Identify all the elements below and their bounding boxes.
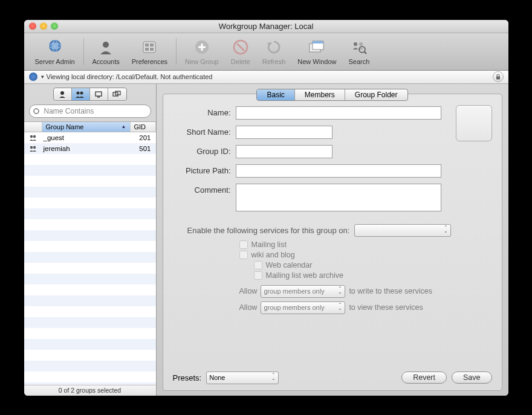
allow-view-select[interactable]: group members only xyxy=(261,301,345,314)
short-name-field[interactable] xyxy=(236,126,332,139)
toolbar-refresh[interactable]: Refresh xyxy=(256,33,292,70)
group-table: Group Name ▲ GID _guest 201 xyxy=(24,121,156,385)
allow-write-select[interactable]: group members only xyxy=(261,285,345,298)
wiki-blog-checkbox[interactable] xyxy=(239,251,248,259)
table-row[interactable]: jeremiah 501 xyxy=(24,143,156,154)
allow-write-label: Allow xyxy=(239,287,258,295)
toolbar-server-admin[interactable]: Server Admin xyxy=(29,33,81,70)
comment-label: Comment: xyxy=(173,184,236,195)
save-button[interactable]: Save xyxy=(452,372,492,384)
picture-path-label: Picture Path: xyxy=(173,164,236,175)
tab-members[interactable]: Members xyxy=(295,89,345,100)
users-filter-tab[interactable] xyxy=(54,88,72,100)
svg-point-18 xyxy=(359,42,363,46)
group-id-field[interactable] xyxy=(236,145,332,158)
directory-status-text: Viewing local directory: /Local/Default.… xyxy=(47,73,213,80)
allow-view-label: Allow xyxy=(239,303,258,312)
toolbar-accounts[interactable]: Accounts xyxy=(86,33,126,70)
toolbar: Server Admin Accounts Preferences New Gr… xyxy=(24,33,508,71)
svg-point-23 xyxy=(77,91,80,94)
toolbar-label: Delete xyxy=(231,58,250,65)
name-label: Name: xyxy=(173,106,236,117)
svg-rect-25 xyxy=(96,92,102,96)
toolbar-delete[interactable]: Delete xyxy=(225,33,256,70)
column-group-name[interactable]: Group Name ▲ xyxy=(42,122,131,132)
table-row[interactable]: _guest 201 xyxy=(24,132,156,143)
plus-circle-icon xyxy=(192,37,212,57)
svg-rect-7 xyxy=(145,48,149,51)
window-close-button[interactable] xyxy=(29,22,36,30)
wiki-blog-checkbox-row: wiki and blog xyxy=(239,251,492,259)
table-body[interactable]: _guest 201 jeremiah 501 xyxy=(24,132,156,385)
group-icon xyxy=(24,134,42,142)
web-calendar-checkbox-row: Web calendar xyxy=(254,261,492,269)
sidebar: Group Name ▲ GID _guest 201 xyxy=(24,84,157,396)
window: Workgroup Manager: Local Server Admin Ac… xyxy=(24,20,508,396)
toolbar-new-window[interactable]: New Window xyxy=(291,33,342,70)
svg-rect-8 xyxy=(150,48,154,51)
svg-point-24 xyxy=(80,91,83,94)
row-gid: 201 xyxy=(131,134,156,141)
revert-button[interactable]: Revert xyxy=(401,372,447,384)
svg-point-30 xyxy=(33,135,35,137)
svg-line-20 xyxy=(365,52,366,54)
toolbar-label: New Window xyxy=(297,58,336,65)
column-icon[interactable] xyxy=(24,122,42,132)
short-name-label: Short Name: xyxy=(173,126,236,137)
name-field[interactable] xyxy=(236,106,441,120)
svg-point-0 xyxy=(49,40,61,52)
groups-filter-tab[interactable] xyxy=(72,88,90,100)
svg-rect-26 xyxy=(97,97,100,98)
picture-path-field[interactable] xyxy=(236,164,441,178)
svg-line-13 xyxy=(237,43,244,51)
tab-group-folder[interactable]: Group Folder xyxy=(345,89,407,100)
toolbar-new-group[interactable]: New Group xyxy=(179,33,225,70)
svg-point-31 xyxy=(30,146,32,148)
window-zoom-button[interactable] xyxy=(51,22,58,30)
toolbar-preferences[interactable]: Preferences xyxy=(126,33,174,70)
body: Group Name ▲ GID _guest 201 xyxy=(24,84,508,396)
svg-rect-21 xyxy=(496,77,500,80)
account-type-selector xyxy=(53,88,127,101)
services-enable-label: Enable the following services for this g… xyxy=(187,226,350,235)
presets-select[interactable]: None xyxy=(206,372,279,384)
mailing-list-checkbox-row: Mailing list xyxy=(239,240,492,249)
svg-point-3 xyxy=(103,42,109,48)
directory-status-bar: ▾ Viewing local directory: /Local/Defaul… xyxy=(24,71,508,84)
toolbar-search[interactable]: Search xyxy=(342,33,375,70)
svg-point-32 xyxy=(33,146,35,148)
svg-point-17 xyxy=(354,42,357,46)
comment-field[interactable] xyxy=(236,184,441,211)
mailing-list-checkbox[interactable] xyxy=(239,240,248,249)
new-window-icon xyxy=(307,37,326,57)
content: Basic Members Group Folder Name: Short N… xyxy=(157,84,508,396)
refresh-icon xyxy=(264,37,284,57)
presets-label: Presets: xyxy=(173,373,202,382)
group-picture[interactable] xyxy=(456,105,492,141)
svg-point-22 xyxy=(60,91,64,95)
services-server-select[interactable] xyxy=(354,224,451,237)
search-input[interactable] xyxy=(29,105,151,118)
window-minimize-button[interactable] xyxy=(40,22,47,30)
computer-groups-filter-tab[interactable] xyxy=(108,88,126,100)
directory-globe-icon[interactable] xyxy=(29,72,37,81)
toolbar-label: Preferences xyxy=(132,58,167,65)
lock-button[interactable] xyxy=(493,71,504,82)
computers-filter-tab[interactable] xyxy=(90,88,108,100)
tab-basic[interactable]: Basic xyxy=(257,89,294,100)
window-title: Workgroup Manager: Local xyxy=(24,22,508,31)
mailing-archive-checkbox-row: Mailing list web archive xyxy=(254,271,492,280)
svg-rect-11 xyxy=(198,47,206,48)
mailing-archive-checkbox[interactable] xyxy=(254,271,262,280)
toolbar-label: Accounts xyxy=(92,58,120,65)
web-calendar-checkbox[interactable] xyxy=(254,261,262,269)
toolbar-label: Server Admin xyxy=(35,58,75,65)
selection-status: 0 of 2 groups selected xyxy=(24,385,156,396)
person-icon xyxy=(96,37,115,57)
svg-rect-16 xyxy=(313,41,323,43)
svg-rect-4 xyxy=(143,42,155,53)
row-name: jeremiah xyxy=(42,145,131,152)
svg-rect-5 xyxy=(145,43,149,47)
delete-circle-icon xyxy=(231,37,250,57)
column-gid[interactable]: GID xyxy=(131,122,156,132)
